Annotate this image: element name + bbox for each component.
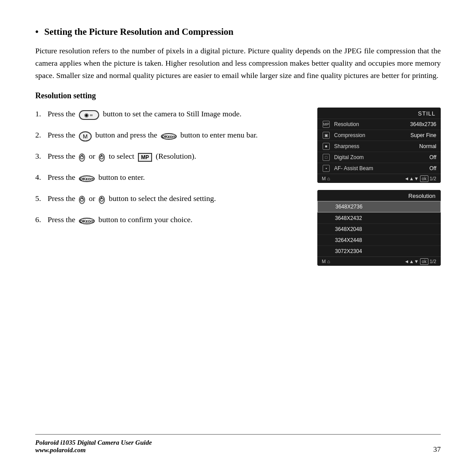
resolution-panel-footer: M ⌂ ◄▲▼ ok 1/2 (317, 257, 441, 266)
still-panel: STILL MP Resolution 3648x2736 ▣ Compress… (317, 108, 441, 183)
page-title: Setting the Picture Resolution and Compr… (45, 26, 234, 37)
res-footer-arrows: ◄▲▼ ok 1/2 (404, 259, 436, 264)
res-row-1-value: 3648X2736 (335, 204, 362, 210)
still-row-value-sharpness: Normal (419, 143, 436, 149)
res-row-5: 3072X2304 (317, 245, 441, 257)
footer-left: Polaroid i1035 Digital Camera User Guide… (35, 439, 152, 454)
right-arrow-icon-5: ⥁ (99, 195, 107, 204)
left-arrow-icon-3: ⥀ (79, 152, 87, 161)
step-6-text: Press the OKEDIT button to confirm your … (48, 213, 304, 227)
still-row-label-af: AF- Assist Beam (334, 165, 429, 171)
res-row-5-value: 3072X2304 (335, 248, 362, 254)
m-btn[interactable]: M (79, 131, 92, 141)
still-row-value-zoom: Off (429, 154, 436, 160)
step-5: 5. Press the ⥀ or ⥁ button to select the… (35, 192, 304, 205)
step-2-num: 2. (35, 129, 48, 141)
still-row-icon-sharpness: ■ (322, 143, 331, 150)
section-title: • Setting the Picture Resolution and Com… (35, 26, 441, 37)
subsection-title: Resolution setting (35, 91, 441, 100)
still-row-zoom: □ Digital Zoom Off (317, 152, 441, 163)
res-row-2: 3648X2432 (317, 212, 441, 223)
still-panel-footer: M ⌂ ◄▲▼ ok 1/2 (317, 174, 441, 183)
right-arrow-icon-3: ⥁ (99, 152, 107, 161)
mode-button-icon: ◉＝ (79, 110, 101, 119)
body-paragraph: Picture resolution refers to the number … (35, 45, 441, 82)
steps-list: 1. Press the ◉＝ button to set the camera… (35, 108, 304, 227)
ok-btn-4[interactable]: OKEDIT (79, 175, 95, 182)
ok-btn-2[interactable]: OKEDIT (161, 133, 177, 140)
res-row-3: 3648X2048 (317, 223, 441, 234)
footer-url: www.polaroid.com (35, 446, 152, 454)
or-text-5: or (89, 194, 97, 203)
ok-button-icon-6: OKEDIT (79, 216, 97, 225)
left-arrow-btn-5[interactable]: ⥀ (79, 196, 85, 204)
step-3-text: Press the ⥀ or ⥁ to select MP (Resolutio (48, 150, 304, 163)
step-4-num: 4. (35, 171, 48, 183)
step-2: 2. Press the M button and press the OKED… (35, 129, 304, 142)
res-row-3-value: 3648X2048 (335, 226, 362, 232)
still-panel-header: STILL (317, 108, 441, 119)
step-1-text: Press the ◉＝ button to set the camera to… (48, 108, 304, 121)
still-row-label-compression: Compression (334, 132, 410, 138)
still-row-resolution: MP Resolution 3648x2736 (317, 119, 441, 130)
footer-title: Polaroid i1035 Digital Camera User Guide (35, 439, 152, 446)
page-footer: Polaroid i1035 Digital Camera User Guide… (35, 434, 441, 454)
res-row-2-value: 3648X2432 (335, 215, 362, 221)
still-row-icon-af: ▪ (322, 165, 331, 172)
still-footer-arrows: ◄▲▼ ok 1/2 (404, 176, 436, 181)
step-6-num: 6. (35, 213, 48, 226)
still-row-af: ▪ AF- Assist Beam Off (317, 163, 441, 174)
step-3-num: 3. (35, 150, 48, 162)
ok-btn-6[interactable]: OKEDIT (79, 218, 95, 224)
still-row-value-compression: Super Fine (410, 132, 436, 138)
still-row-label-sharpness: Sharpness (334, 143, 419, 149)
resolution-panel-header: Resolution (317, 190, 441, 201)
step-4: 4. Press the OKEDIT button to enter. (35, 171, 304, 184)
mode-btn[interactable]: ◉＝ (79, 110, 99, 120)
step-1-num: 1. (35, 108, 48, 120)
content-area: 1. Press the ◉＝ button to set the camera… (35, 108, 441, 434)
steps-area: 1. Press the ◉＝ button to set the camera… (35, 108, 304, 434)
to-text-3: to select (109, 152, 136, 160)
step-2-text: Press the M button and press the OKEDIT … (48, 129, 304, 142)
still-row-icon-resolution: MP (322, 121, 331, 128)
step-6: 6. Press the OKEDIT button to confirm yo… (35, 213, 304, 227)
res-footer-left: M ⌂ (322, 259, 330, 264)
panels-area: STILL MP Resolution 3648x2736 ▣ Compress… (317, 108, 441, 434)
ok-button-icon-2: OKEDIT (161, 131, 178, 140)
still-row-icon-zoom: □ (322, 154, 331, 161)
still-row-compression: ▣ Compression Super Fine (317, 130, 441, 141)
res-row-4: 3264X2448 (317, 234, 441, 245)
still-row-label-resolution: Resolution (334, 121, 410, 127)
still-row-value-resolution: 3648x2736 (410, 121, 436, 127)
or-text-3: or (89, 152, 97, 160)
bullet: • (35, 26, 38, 37)
m-button-icon: M (79, 131, 93, 140)
resolution-panel: Resolution 3648X2736 3648X2432 3648X2048… (317, 190, 441, 266)
left-arrow-icon-5: ⥀ (79, 195, 87, 204)
mp-btn-3: MP (138, 153, 152, 162)
still-footer-left: M ⌂ (322, 176, 330, 181)
step-5-text: Press the ⥀ or ⥁ button to select the de… (48, 192, 304, 205)
right-arrow-btn-3[interactable]: ⥁ (99, 153, 105, 162)
step-4-text: Press the OKEDIT button to enter. (48, 171, 304, 184)
right-arrow-btn-5[interactable]: ⥁ (99, 196, 105, 204)
still-row-icon-compression: ▣ (322, 132, 331, 139)
res-row-4-value: 3264X2448 (335, 237, 362, 243)
mp-icon-3: MP (138, 152, 154, 161)
ok-button-icon-4: OKEDIT (79, 174, 97, 182)
still-row-sharpness: ■ Sharpness Normal (317, 141, 441, 152)
res-row-1: 3648X2736 (317, 201, 441, 212)
left-arrow-btn-3[interactable]: ⥀ (79, 153, 85, 162)
page: • Setting the Picture Resolution and Com… (0, 0, 476, 476)
footer-page-number: 37 (433, 445, 441, 454)
still-row-label-zoom: Digital Zoom (334, 154, 429, 160)
step-3: 3. Press the ⥀ or ⥁ to select MP (35, 150, 304, 163)
still-row-value-af: Off (429, 165, 436, 171)
step-1: 1. Press the ◉＝ button to set the camera… (35, 108, 304, 121)
step-5-num: 5. (35, 192, 48, 205)
